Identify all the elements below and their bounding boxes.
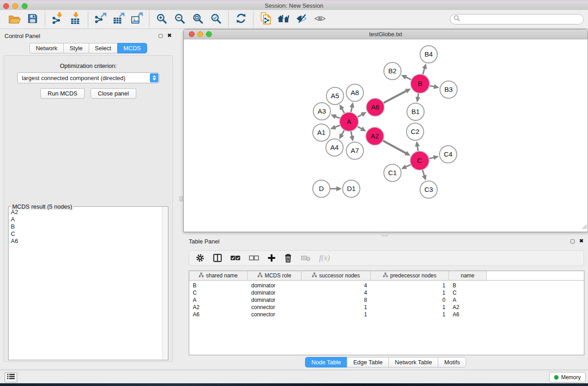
table-tab-network-table[interactable]: Network Table: [388, 357, 438, 367]
graph-node-label-D1: D1: [347, 185, 355, 192]
task-history-button[interactable]: [5, 372, 17, 382]
graph-node-label-C2: C2: [411, 128, 419, 135]
table-row[interactable]: A6connector11A6: [189, 311, 584, 318]
toolbar-separator: [149, 12, 149, 27]
tab-style[interactable]: Style: [63, 43, 89, 53]
search-box[interactable]: [450, 14, 584, 24]
table-cell: A: [189, 297, 248, 303]
hide-graphics-details-button[interactable]: [293, 12, 311, 27]
list-icon: [7, 373, 15, 381]
show-graphics-details-button[interactable]: [311, 12, 329, 27]
import-network-button[interactable]: [48, 12, 67, 27]
select-stepper-icon: [150, 73, 158, 82]
graph-node-label-A6: A6: [371, 103, 379, 111]
open-folder-icon: [8, 13, 21, 26]
table-row[interactable]: Bdominator41B: [189, 282, 584, 289]
column-header-predecessor-nodes[interactable]: predecessor nodes: [371, 271, 449, 280]
export-table-button[interactable]: [110, 12, 128, 27]
float-panel-icon[interactable]: ▢: [158, 33, 163, 38]
window-titlebar[interactable]: Session: New Session: [0, 0, 588, 10]
graph-node-label-C1: C1: [388, 169, 397, 176]
tab-select[interactable]: Select: [89, 43, 118, 53]
network-overview-button[interactable]: [275, 12, 293, 27]
column-header-mcds-role[interactable]: MCDS role: [248, 271, 301, 280]
mcds-buttons: Run MCDS Close panel: [4, 88, 172, 99]
table-cell: A6: [449, 311, 487, 318]
table-cell: A: [449, 297, 487, 303]
result-item[interactable]: C: [11, 230, 162, 238]
zoom-fit-button[interactable]: [189, 12, 207, 27]
network-window-titlebar[interactable]: testGlobe.txt: [184, 29, 588, 39]
table-cell: C: [189, 290, 248, 296]
table-cell: connector: [248, 311, 301, 318]
network-graph[interactable]: AA1A3A5A8A4A7A6A2BB1B2B3B4CC1C2C3C4DD1: [184, 39, 588, 232]
new-network-from-selection-button[interactable]: [257, 12, 275, 27]
network-canvas[interactable]: AA1A3A5A8A4A7A6A2BB1B2B3B4CC1C2C3C4DD1: [184, 39, 588, 232]
mcds-result-box: MCDS result (5 nodes) A2ABCA6: [8, 206, 168, 360]
tab-mcds[interactable]: MCDS: [117, 43, 147, 53]
search-input[interactable]: [460, 15, 583, 24]
window-resize-grip[interactable]: [581, 223, 587, 231]
table-cell: 1: [371, 290, 449, 296]
close-panel-button[interactable]: Close panel: [91, 88, 136, 99]
control-panel-header: Control Panel ▢ ✖: [0, 29, 177, 42]
import-table-button[interactable]: [67, 12, 85, 27]
table-cell: 1: [371, 311, 449, 318]
deselect-all-icon[interactable]: [249, 253, 259, 263]
refresh-button[interactable]: [232, 12, 250, 27]
application-window: Session: New Session: [0, 0, 588, 386]
table-tab-node-table[interactable]: Node Table: [305, 357, 348, 367]
graph-node-label-B2: B2: [388, 67, 397, 75]
table-cell: 0: [371, 297, 449, 303]
close-panel-icon[interactable]: ✖: [167, 33, 172, 38]
graph-node-label-D: D: [319, 185, 324, 192]
delete-column-icon[interactable]: [284, 253, 292, 263]
control-panel: Control Panel ▢ ✖ NetworkStyleSelectMCDS…: [0, 29, 177, 370]
table-cell: A6: [189, 311, 248, 318]
close-table-panel-icon[interactable]: ✖: [579, 238, 583, 244]
result-scrollbar[interactable]: [162, 207, 168, 359]
export-network-button[interactable]: [91, 12, 110, 27]
node-table[interactable]: shared nameMCDS rolesuccessor nodesprede…: [189, 271, 584, 355]
delete-table-icon[interactable]: [301, 253, 311, 263]
zoom-in-button[interactable]: [153, 12, 171, 27]
memory-button[interactable]: Memory: [549, 372, 586, 382]
status-bar: Memory: [0, 370, 588, 383]
show-columns-icon[interactable]: [213, 253, 222, 263]
run-mcds-button[interactable]: Run MCDS: [40, 88, 85, 99]
table-cell: B: [189, 282, 248, 289]
result-item[interactable]: A6: [11, 238, 162, 245]
zoom-selected-button[interactable]: [207, 12, 225, 27]
criterion-select[interactable]: largest connected component (directed): [17, 72, 159, 83]
table-cell: connector: [248, 304, 301, 310]
export-image-button[interactable]: [128, 12, 146, 27]
open-session-button[interactable]: [5, 12, 24, 27]
table-header-row: shared nameMCDS rolesuccessor nodesprede…: [189, 271, 584, 281]
eye-slash-icon: [296, 13, 308, 26]
graph-node-label-A2: A2: [371, 132, 379, 140]
graph-node-label-C3: C3: [424, 186, 433, 193]
table-row[interactable]: Adominator80A: [189, 296, 584, 304]
column-header-name[interactable]: name: [449, 271, 487, 280]
result-item[interactable]: B: [11, 223, 162, 230]
column-header-label: name: [461, 272, 474, 279]
add-column-icon[interactable]: [268, 253, 276, 263]
result-item[interactable]: A2: [11, 209, 162, 216]
table-row[interactable]: A2connector11A2: [189, 304, 584, 311]
function-builder-icon[interactable]: f(x): [319, 253, 330, 263]
float-table-panel-icon[interactable]: ▢: [570, 238, 575, 244]
vertical-splitter-grip[interactable]: [179, 196, 183, 201]
tab-network[interactable]: Network: [29, 43, 64, 53]
save-session-button[interactable]: [24, 12, 42, 27]
table-row[interactable]: Cdominator41C: [189, 289, 584, 296]
table-tab-edge-table[interactable]: Edge Table: [347, 357, 389, 367]
result-item[interactable]: A: [11, 216, 162, 223]
graph-node-label-A: A: [347, 118, 351, 125]
column-header-shared-name[interactable]: shared name: [189, 271, 248, 280]
table-options-gear-icon[interactable]: [196, 253, 205, 263]
select-all-icon[interactable]: [230, 253, 240, 263]
column-header-successor-nodes[interactable]: successor nodes: [301, 271, 371, 280]
table-cell: A2: [449, 304, 487, 310]
zoom-out-button[interactable]: [171, 12, 189, 27]
table-tab-motifs[interactable]: Motifs: [438, 357, 466, 367]
